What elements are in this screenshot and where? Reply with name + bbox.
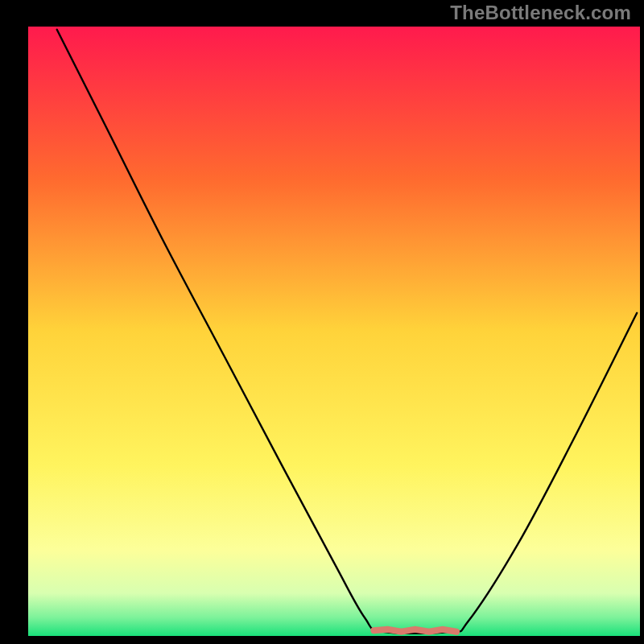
chart-container: TheBottleneck.com bbox=[0, 0, 644, 644]
optimal-range-marker bbox=[374, 630, 456, 632]
bottleneck-chart bbox=[0, 0, 644, 644]
watermark-text: TheBottleneck.com bbox=[450, 2, 631, 24]
plot-background bbox=[28, 27, 640, 636]
